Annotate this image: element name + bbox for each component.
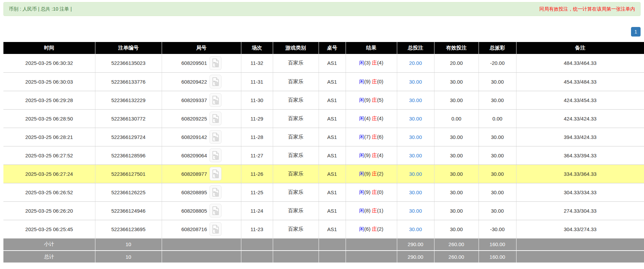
cell-payout: 30.00 — [479, 183, 516, 201]
cell-time: 2025-03-25 06:28:50 — [3, 109, 95, 128]
result-player-score: (9) — [364, 97, 371, 103]
cell-total-bet: 30.00 — [397, 72, 434, 91]
header-result: 结果 — [346, 42, 397, 54]
cell-remark: 304.33/334.33 — [516, 183, 644, 201]
cell-result: 闲(7) 庄(6) — [346, 128, 397, 146]
table-row: 2025-03-25 06:30:32 522366135023 6082095… — [3, 54, 644, 72]
header-time: 时间 — [3, 42, 95, 54]
cell-table-no: AS1 — [319, 201, 346, 220]
result-banker-label: 庄 — [372, 134, 377, 140]
total-bet-link[interactable]: 30.00 — [409, 208, 422, 214]
table-row: 2025-03-25 06:28:50 522366130772 6082092… — [3, 109, 644, 128]
cell-result: 闲(9) 庄(2) — [346, 165, 397, 183]
cell-remark: 334.33/364.33 — [516, 165, 644, 183]
result-banker-label: 庄 — [372, 60, 377, 66]
video-file-icon — [212, 114, 219, 123]
pagination-page-1-button[interactable]: 1 — [631, 27, 641, 37]
cell-bet-no: 522366123695 — [95, 220, 162, 238]
cell-valid-bet: 30.00 — [434, 183, 479, 201]
result-banker-score: (5) — [377, 97, 383, 103]
cell-round-no: 608208716 — [162, 220, 241, 238]
result-player-score: (9) — [364, 171, 371, 176]
cell-time: 2025-03-25 06:30:32 — [3, 54, 95, 72]
summary-row: 总计 10 290.00 260.00 160.00 — [3, 251, 644, 263]
cell-bet-no: 522366127501 — [95, 165, 162, 183]
video-replay-button[interactable] — [210, 93, 222, 107]
cell-session: 11-30 — [241, 91, 273, 109]
cell-session: 11-28 — [241, 128, 273, 146]
video-file-icon — [212, 169, 219, 179]
result-player-label: 闲 — [359, 171, 364, 176]
total-bet-link[interactable]: 30.00 — [409, 171, 422, 177]
cell-session: 11-23 — [241, 220, 273, 238]
video-replay-button[interactable] — [210, 75, 222, 88]
cell-valid-bet: 30.00 — [434, 220, 479, 238]
video-replay-button[interactable] — [210, 148, 222, 162]
cell-table-no: AS1 — [319, 91, 346, 109]
video-file-icon — [212, 225, 219, 234]
video-replay-button[interactable] — [210, 222, 222, 236]
total-bet-link[interactable]: 30.00 — [409, 134, 422, 140]
cell-time: 2025-03-25 06:26:52 — [3, 183, 95, 201]
cell-time: 2025-03-25 06:30:03 — [3, 72, 95, 91]
result-player-label: 闲 — [359, 208, 364, 213]
cell-bet-no: 522366124946 — [95, 201, 162, 220]
total-bet-link[interactable]: 30.00 — [409, 116, 422, 122]
cell-time: 2025-03-25 06:28:21 — [3, 128, 95, 146]
currency-summary-text: 币别 : 人民币 | 总共 :10 注单 | — [9, 6, 72, 12]
cell-result: 闲(8) 庄(1) — [346, 201, 397, 220]
round-number: 608209142 — [181, 134, 207, 140]
header-game-type: 游戏类别 — [273, 42, 319, 54]
cell-round-no: 608208895 — [162, 183, 241, 201]
round-number: 608208977 — [181, 171, 207, 177]
cell-total-bet: 30.00 — [397, 220, 434, 238]
total-bet-link[interactable]: 30.00 — [409, 189, 422, 195]
video-replay-button[interactable] — [210, 204, 222, 217]
result-banker-score: (0) — [377, 189, 383, 195]
header-payout: 总派彩 — [479, 42, 516, 54]
video-replay-button[interactable] — [210, 167, 222, 181]
cell-round-no: 608208805 — [162, 201, 241, 220]
total-bet-link[interactable]: 30.00 — [409, 79, 422, 85]
cell-result: 闲(9) 庄(0) — [346, 183, 397, 201]
video-replay-button[interactable] — [210, 112, 222, 125]
cell-bet-no: 522366132229 — [95, 91, 162, 109]
total-bet-link[interactable]: 30.00 — [409, 153, 422, 158]
result-player-label: 闲 — [359, 60, 364, 66]
cell-table-no: AS1 — [319, 109, 346, 128]
video-file-icon — [212, 188, 219, 197]
summary-payout: 160.00 — [479, 238, 516, 251]
result-banker-label: 庄 — [372, 208, 377, 213]
result-player-score: (9) — [364, 189, 371, 195]
cell-table-no: AS1 — [319, 220, 346, 238]
result-player-label: 闲 — [359, 79, 364, 84]
video-replay-button[interactable] — [210, 56, 222, 70]
header-session: 场次 — [241, 42, 273, 54]
video-replay-button[interactable] — [210, 185, 222, 199]
total-bet-link[interactable]: 20.00 — [409, 60, 422, 66]
cell-game-type: 百家乐 — [273, 201, 319, 220]
video-file-icon — [212, 206, 219, 215]
total-bet-link[interactable]: 30.00 — [409, 97, 422, 103]
summary-count: 10 — [95, 251, 162, 263]
table-row: 2025-03-25 06:26:52 522366126225 6082088… — [3, 183, 644, 201]
total-bet-link[interactable]: 30.00 — [409, 226, 422, 232]
cell-time: 2025-03-25 06:27:24 — [3, 165, 95, 183]
cell-result: 闲(9) 庄(0) — [346, 72, 397, 91]
video-replay-button[interactable] — [210, 130, 222, 144]
cell-game-type: 百家乐 — [273, 109, 319, 128]
valid-bet-notice-text: 同局有效投注，统一计算在该局第一张注单内 — [539, 6, 635, 12]
cell-total-bet: 30.00 — [397, 91, 434, 109]
cell-remark: 424.33/424.33 — [516, 109, 644, 128]
cell-game-type: 百家乐 — [273, 220, 319, 238]
cell-round-no: 608209064 — [162, 146, 241, 165]
header-bet-no: 注单编号 — [95, 42, 162, 54]
cell-table-no: AS1 — [319, 128, 346, 146]
cell-payout: 30.00 — [479, 146, 516, 165]
result-player-label: 闲 — [359, 226, 364, 232]
cell-valid-bet: 30.00 — [434, 128, 479, 146]
cell-total-bet: 30.00 — [397, 109, 434, 128]
result-banker-label: 庄 — [372, 97, 377, 103]
cell-valid-bet: 20.00 — [434, 54, 479, 72]
cell-remark: 424.33/454.33 — [516, 91, 644, 109]
